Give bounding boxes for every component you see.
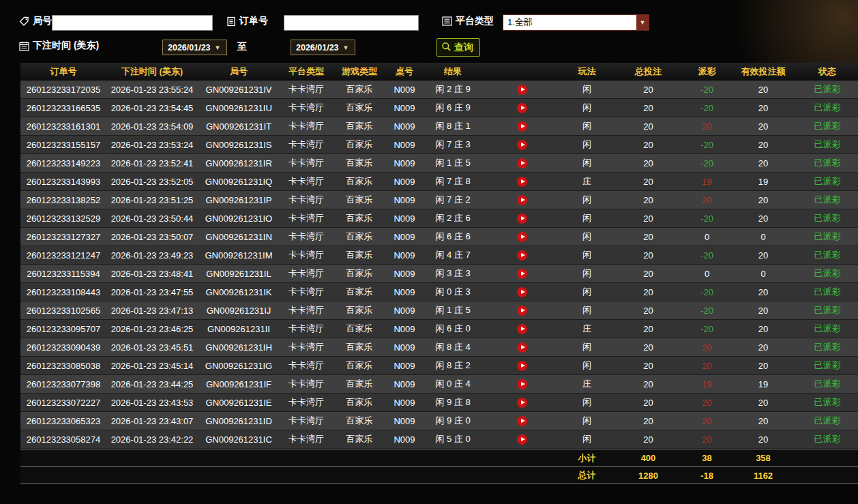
platform-label: 平台类型 xyxy=(456,15,494,27)
cell-valid-bet: 20 xyxy=(730,213,797,224)
cell-replay xyxy=(483,213,561,224)
cell-play: 闲 xyxy=(561,120,612,132)
cell-game: 百家乐 xyxy=(333,138,386,151)
cell-table-no: N009 xyxy=(386,379,423,389)
order-label-group: 订单号 xyxy=(226,15,268,27)
cell-table-no: N009 xyxy=(386,398,423,408)
play-icon[interactable] xyxy=(517,250,527,261)
play-icon[interactable] xyxy=(517,306,527,316)
date-to-picker[interactable]: 2026/01/23 xyxy=(291,40,355,55)
cell-valid-bet: 20 xyxy=(730,361,797,371)
cell-result: 闲 7 庄 2 xyxy=(423,194,483,206)
cell-total-bet: 20 xyxy=(612,324,684,334)
cell-order-id: 260123233166535 xyxy=(20,103,106,113)
cell-round: GN009261231IC xyxy=(198,434,280,445)
cell-valid-bet: 20 xyxy=(730,158,797,168)
cell-valid-bet: 20 xyxy=(730,195,797,205)
cell-payout: 20 xyxy=(684,434,730,445)
cell-round: GN009261231IH xyxy=(198,342,280,353)
cell-bet-time: 2026-01-23 23:54:45 xyxy=(106,103,198,113)
cell-table-no: N009 xyxy=(386,342,423,353)
cell-status: 已派彩 xyxy=(797,359,858,372)
cell-platform: 卡卡湾厅 xyxy=(280,194,333,206)
cell-round: GN009261231IG xyxy=(198,361,280,371)
cell-result: 闲 2 庄 9 xyxy=(423,83,483,95)
cell-result: 闲 1 庄 5 xyxy=(423,304,483,316)
play-icon[interactable] xyxy=(517,379,527,389)
document-icon xyxy=(226,16,236,27)
cell-table-no: N009 xyxy=(386,269,423,279)
platform-select[interactable]: 1.全部 xyxy=(503,14,649,31)
cell-result: 闲 9 庄 0 xyxy=(423,415,483,427)
cell-platform: 卡卡湾厅 xyxy=(280,304,333,316)
cell-round: GN009261231IR xyxy=(198,158,280,168)
cell-game: 百家乐 xyxy=(333,157,386,169)
play-icon[interactable] xyxy=(517,195,527,205)
play-icon[interactable] xyxy=(517,213,527,224)
play-icon[interactable] xyxy=(517,434,527,445)
play-icon[interactable] xyxy=(517,361,527,371)
order-input[interactable] xyxy=(284,15,419,31)
date-from-picker[interactable]: 2026/01/23 xyxy=(162,40,227,55)
cell-result: 闲 0 庄 4 xyxy=(423,378,483,390)
play-icon[interactable] xyxy=(517,287,527,297)
cell-play: 闲 xyxy=(561,231,612,243)
round-input[interactable] xyxy=(52,15,213,31)
cell-round: GN009261231IJ xyxy=(198,306,280,316)
play-icon[interactable] xyxy=(517,140,527,150)
cell-total-bet: 20 xyxy=(612,85,684,95)
query-button[interactable]: 查询 xyxy=(437,38,480,57)
play-icon[interactable] xyxy=(517,398,527,408)
cell-payout: 20 xyxy=(684,398,730,408)
cell-bet-time: 2026-01-23 23:49:23 xyxy=(106,250,198,261)
table-row: 260123233095707 2026-01-23 23:46:25 GN00… xyxy=(20,320,858,338)
play-icon[interactable] xyxy=(517,85,527,95)
cell-status: 已派彩 xyxy=(797,212,858,224)
table-row: 260123233085038 2026-01-23 23:45:14 GN00… xyxy=(20,357,858,375)
cell-play: 闲 xyxy=(561,359,612,372)
play-icon[interactable] xyxy=(517,177,527,187)
platform-select-value: 1.全部 xyxy=(503,16,533,29)
play-icon[interactable] xyxy=(517,324,527,334)
cell-total-bet: 20 xyxy=(612,232,684,242)
cell-platform: 卡卡湾厅 xyxy=(280,102,333,114)
calendar-icon xyxy=(19,41,29,51)
cell-play: 闲 xyxy=(561,267,612,280)
cell-table-no: N009 xyxy=(386,306,423,316)
cell-status: 已派彩 xyxy=(797,120,858,132)
cell-bet-time: 2026-01-23 23:50:44 xyxy=(106,213,198,224)
cell-game: 百家乐 xyxy=(333,231,386,243)
cell-valid-bet: 20 xyxy=(730,250,797,261)
cell-platform: 卡卡湾厅 xyxy=(280,323,333,335)
header-order-id: 订单号 xyxy=(20,65,106,78)
cell-round: GN009261231IU xyxy=(198,103,280,113)
date-from-value: 2026/01/23 xyxy=(168,43,211,53)
cell-valid-bet: 0 xyxy=(730,232,797,242)
play-icon[interactable] xyxy=(517,269,527,279)
cell-total-bet: 20 xyxy=(612,434,684,445)
cell-play: 庄 xyxy=(561,175,612,188)
chevron-down-icon xyxy=(636,15,649,30)
cell-status: 已派彩 xyxy=(797,341,858,353)
play-icon[interactable] xyxy=(517,158,527,168)
cell-total-bet: 20 xyxy=(612,269,684,279)
cell-status: 已派彩 xyxy=(797,175,858,188)
cell-platform: 卡卡湾厅 xyxy=(280,433,333,445)
play-icon[interactable] xyxy=(517,121,527,132)
play-icon[interactable] xyxy=(517,232,527,242)
cell-status: 已派彩 xyxy=(797,194,858,206)
table-row: 260123233121247 2026-01-23 23:49:23 GN00… xyxy=(20,246,858,265)
play-icon[interactable] xyxy=(517,103,527,113)
cell-round: GN009261231IP xyxy=(198,195,280,205)
cell-replay xyxy=(483,434,561,445)
cell-order-id: 260123233172035 xyxy=(20,85,106,95)
header-platform: 平台类型 xyxy=(280,65,333,78)
table-row: 260123233127327 2026-01-23 23:50:07 GN00… xyxy=(20,228,858,246)
cell-replay xyxy=(483,121,561,132)
total-total-bet: 1280 xyxy=(612,471,684,481)
cell-order-id: 260123233058274 xyxy=(20,434,106,445)
cell-game: 百家乐 xyxy=(333,378,386,390)
subtotal-valid-bet: 358 xyxy=(730,453,797,463)
play-icon[interactable] xyxy=(517,416,527,426)
play-icon[interactable] xyxy=(517,342,527,353)
